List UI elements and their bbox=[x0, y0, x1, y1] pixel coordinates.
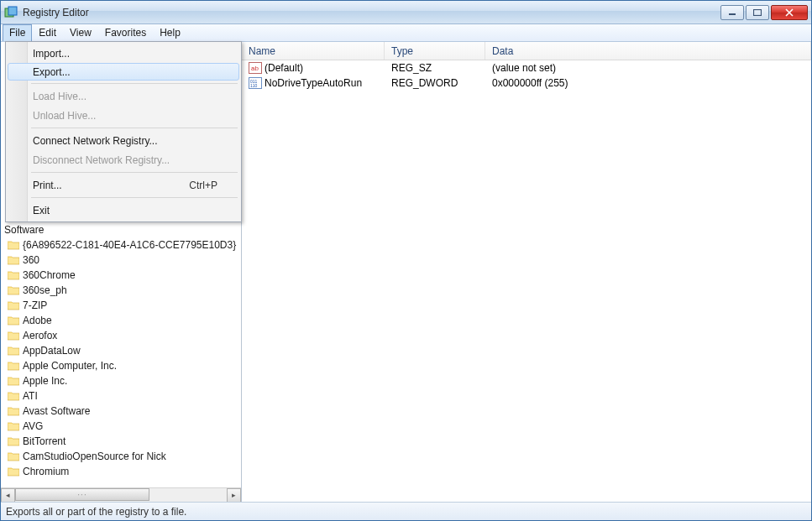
menu-file[interactable]: File bbox=[3, 24, 32, 41]
folder-icon bbox=[8, 466, 19, 477]
svg-rect-2 bbox=[729, 13, 736, 15]
tree-label: Avast Software bbox=[23, 405, 90, 417]
tree-label: Aerofox bbox=[23, 330, 57, 341]
folder-icon bbox=[8, 451, 19, 461]
value-row[interactable]: ab(Default)REG_SZ(value not set) bbox=[242, 60, 811, 76]
close-button[interactable] bbox=[771, 5, 808, 20]
value-type-cell: REG_DWORD bbox=[385, 77, 485, 89]
menu-exit[interactable]: Exit bbox=[8, 201, 239, 220]
svg-text:ab: ab bbox=[251, 65, 259, 72]
folder-icon bbox=[8, 240, 19, 250]
tree-node[interactable]: Apple Computer, Inc. bbox=[1, 358, 241, 373]
tree-label: AVG bbox=[23, 420, 43, 432]
value-name: (Default) bbox=[265, 62, 303, 74]
dword-value-icon: 011110 bbox=[249, 77, 262, 89]
tree-node[interactable]: Adobe bbox=[1, 313, 241, 328]
app-icon bbox=[4, 6, 18, 19]
scroll-thumb[interactable]: ··· bbox=[15, 488, 149, 501]
scroll-track[interactable]: ··· bbox=[15, 488, 227, 503]
list-header: Name Type Data bbox=[242, 42, 811, 60]
scroll-right-button[interactable]: ▸ bbox=[227, 488, 241, 503]
folder-icon bbox=[8, 331, 19, 341]
tree-node[interactable]: Apple Inc. bbox=[1, 373, 241, 388]
tree-label: {6A896522-C181-40E4-A1C6-CCE7795E10D3} bbox=[23, 239, 236, 251]
menu-view[interactable]: View bbox=[63, 24, 98, 41]
tree-node[interactable]: ATI bbox=[1, 388, 241, 404]
tree-label: ATI bbox=[23, 390, 38, 402]
tree-label: 360Chrome bbox=[23, 269, 76, 281]
tree-label: 360se_ph bbox=[23, 284, 67, 296]
tree-label: Software bbox=[4, 224, 44, 236]
string-value-icon: ab bbox=[249, 62, 262, 74]
tree-node[interactable]: AppDataLow bbox=[1, 343, 241, 358]
window-title: Registry Editor bbox=[23, 7, 720, 18]
folder-icon bbox=[8, 406, 19, 416]
folder-icon bbox=[8, 270, 19, 280]
values-list-pane: Name Type Data ab(Default)REG_SZ(value n… bbox=[242, 42, 811, 502]
shortcut-label: Ctrl+P bbox=[189, 180, 217, 191]
menu-favorites[interactable]: Favorites bbox=[98, 24, 153, 41]
svg-rect-1 bbox=[8, 7, 17, 15]
value-name: NoDriveTypeAutoRun bbox=[265, 77, 362, 89]
minimize-button[interactable] bbox=[720, 5, 744, 20]
file-menu-dropdown: Import... Export... Load Hive... Unload … bbox=[5, 41, 242, 222]
column-type[interactable]: Type bbox=[385, 42, 485, 60]
tree-node[interactable]: Chromium bbox=[1, 464, 241, 479]
list-body[interactable]: ab(Default)REG_SZ(value not set)011110No… bbox=[242, 60, 811, 502]
folder-icon bbox=[8, 436, 19, 446]
folder-icon bbox=[8, 255, 19, 265]
tree-label: Chromium bbox=[23, 466, 69, 477]
tree-label: Apple Computer, Inc. bbox=[23, 360, 117, 372]
folder-icon bbox=[8, 300, 19, 310]
tree-node[interactable]: 7-ZIP bbox=[1, 298, 241, 313]
titlebar: Registry Editor bbox=[1, 1, 811, 24]
tree-node[interactable]: 360Chrome bbox=[1, 268, 241, 283]
value-type-cell: REG_SZ bbox=[385, 62, 485, 74]
svg-text:110: 110 bbox=[250, 83, 258, 88]
folder-icon bbox=[8, 315, 19, 326]
menu-export[interactable]: Export... bbox=[8, 63, 239, 81]
window-controls bbox=[720, 5, 808, 20]
column-data[interactable]: Data bbox=[485, 42, 811, 60]
value-data-cell: (value not set) bbox=[485, 62, 811, 74]
menu-connect-network[interactable]: Connect Network Registry... bbox=[8, 131, 239, 150]
tree-label: 360 bbox=[23, 254, 39, 266]
tree-horizontal-scrollbar[interactable]: ◂ ··· ▸ bbox=[1, 487, 241, 502]
value-row[interactable]: 011110NoDriveTypeAutoRunREG_DWORD0x00000… bbox=[242, 76, 811, 91]
value-name-cell: ab(Default) bbox=[242, 62, 385, 74]
statusbar: Exports all or part of the registry to a… bbox=[1, 502, 811, 520]
tree-node[interactable]: {6A896522-C181-40E4-A1C6-CCE7795E10D3} bbox=[1, 237, 241, 253]
maximize-button[interactable] bbox=[746, 5, 769, 20]
tree-node[interactable]: Aerofox bbox=[1, 328, 241, 343]
tree-label: Apple Inc. bbox=[23, 375, 67, 387]
tree-label: BitTorrent bbox=[23, 435, 65, 447]
status-text: Exports all or part of the registry to a… bbox=[6, 506, 186, 518]
menu-help[interactable]: Help bbox=[153, 24, 187, 41]
folder-icon bbox=[8, 421, 19, 431]
menu-separator bbox=[31, 83, 238, 84]
tree-node[interactable]: AVG bbox=[1, 419, 241, 434]
menu-print[interactable]: Print... Ctrl+P bbox=[8, 175, 239, 195]
tree-node[interactable]: BitTorrent bbox=[1, 434, 241, 449]
tree-node-parent[interactable]: Software bbox=[1, 222, 241, 237]
tree-node[interactable]: 360 bbox=[1, 253, 241, 268]
menu-load-hive: Load Hive... bbox=[8, 86, 239, 106]
menu-separator bbox=[31, 197, 238, 198]
column-name[interactable]: Name bbox=[242, 42, 385, 60]
tree-node[interactable]: 360se_ph bbox=[1, 283, 241, 298]
folder-icon bbox=[8, 285, 19, 295]
tree-label: AppDataLow bbox=[23, 345, 81, 357]
svg-rect-3 bbox=[754, 9, 762, 15]
tree-label: 7-ZIP bbox=[23, 300, 47, 311]
menu-edit[interactable]: Edit bbox=[32, 24, 63, 41]
folder-icon bbox=[8, 376, 19, 386]
tree-node[interactable]: CamStudioOpenSource for Nick bbox=[1, 449, 241, 464]
menu-disconnect-network: Disconnect Network Registry... bbox=[8, 150, 239, 169]
menu-import[interactable]: Import... bbox=[8, 44, 239, 63]
menu-unload-hive: Unload Hive... bbox=[8, 106, 239, 125]
scroll-left-button[interactable]: ◂ bbox=[1, 488, 15, 503]
folder-icon bbox=[8, 391, 19, 401]
menubar: File Edit View Favorites Help bbox=[1, 24, 811, 42]
menu-separator bbox=[31, 172, 238, 173]
tree-node[interactable]: Avast Software bbox=[1, 404, 241, 419]
